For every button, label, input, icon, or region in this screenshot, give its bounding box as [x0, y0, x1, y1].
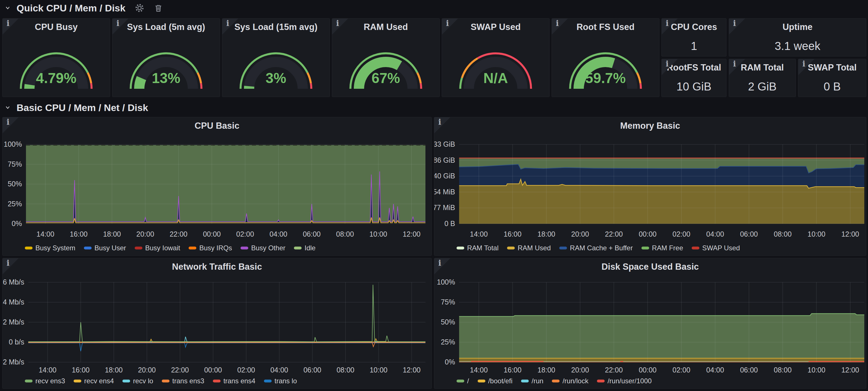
legend-item-ram-used[interactable]: RAM Used	[507, 244, 551, 252]
x-tick-label: 08:00	[774, 366, 792, 374]
legend-item-recv-ens4[interactable]: recv ens4	[73, 377, 114, 385]
gear-icon[interactable]	[135, 3, 144, 13]
stat-value: 0 B	[798, 80, 866, 93]
x-tick-label: 12:00	[841, 230, 859, 238]
legend-item-ram-free[interactable]: RAM Free	[642, 244, 683, 252]
legend-swatch	[264, 380, 272, 383]
trash-icon[interactable]	[154, 3, 163, 13]
panel-title[interactable]: Uptime	[729, 22, 866, 32]
legend-item-busy-other[interactable]: Busy Other	[241, 244, 285, 252]
legend-label: trans ens3	[172, 377, 204, 385]
panel-swap-total: i SWAP Total 0 B	[798, 59, 866, 97]
x-tick-label: 14:00	[470, 230, 488, 238]
legend-item-ram-total[interactable]: RAM Total	[457, 244, 498, 252]
x-tick-label: 16:00	[504, 230, 522, 238]
legend-label: Busy Iowait	[145, 244, 180, 252]
legend-item-trans-lo[interactable]: trans lo	[264, 377, 297, 385]
stat-value: 1	[662, 40, 726, 53]
disk-space-legend: //boot/efi/run/run/lock/run/user/1000	[457, 377, 652, 385]
x-tick-label: 20:00	[136, 230, 154, 238]
panel-title[interactable]: CPU Basic	[3, 121, 431, 131]
y-tick-label: 0 b/s	[9, 338, 24, 346]
panel-title[interactable]: Sys Load (5m avg)	[113, 22, 220, 32]
legend-item-run-lock[interactable]: /run/lock	[552, 377, 588, 385]
panel-title[interactable]: SWAP Used	[442, 22, 549, 32]
legend-label: trans lo	[275, 377, 297, 385]
x-tick-label: 04:00	[269, 230, 287, 238]
legend-swatch	[692, 247, 700, 249]
x-tick-label: 06:00	[303, 366, 321, 374]
panel-title[interactable]: Network Traffic Basic	[3, 262, 431, 272]
legend-label: /boot/efi	[488, 377, 513, 385]
x-tick-label: 10:00	[807, 366, 826, 374]
legend-item-idle[interactable]: Idle	[294, 244, 316, 252]
panel-title[interactable]: RAM Used	[332, 22, 439, 32]
section-row-basic[interactable]: Basic CPU / Mem / Net / Disk	[0, 100, 868, 115]
legend-item-[interactable]: /	[457, 377, 469, 385]
x-tick-label: 14:00	[38, 366, 57, 374]
x-tick-label: 08:00	[336, 366, 354, 374]
legend-item-trans-ens4[interactable]: trans ens4	[213, 377, 255, 385]
legend-swatch	[241, 247, 248, 249]
legend-swatch	[84, 247, 92, 249]
legend-label: recv lo	[133, 377, 153, 385]
x-tick-label: 20:00	[138, 366, 156, 374]
x-tick-label: 14:00	[36, 230, 55, 238]
disk-space-chart: 100%75%50%25%0%14:0016:0018:0020:0022:00…	[434, 258, 866, 389]
network-traffic-chart: 6 Mb/s4 Mb/s2 Mb/s0 b/s-2 Mb/s14:0016:00…	[3, 258, 432, 389]
legend-item-busy-iowait[interactable]: Busy Iowait	[135, 244, 180, 252]
panel-title[interactable]: Disk Space Used Basic	[434, 262, 866, 272]
legend-item-busy-system[interactable]: Busy System	[25, 244, 75, 252]
y-tick-label: 25%	[441, 338, 455, 346]
x-tick-label: 06:00	[303, 230, 321, 238]
panel-title[interactable]: Memory Basic	[434, 121, 866, 131]
legend-item-swap-used[interactable]: SWAP Used	[692, 244, 740, 252]
stat-value: 10 GiB	[662, 80, 726, 93]
y-tick-label: 0%	[445, 358, 455, 366]
section-title: Quick CPU / Mem / Disk	[17, 3, 126, 14]
panel-title[interactable]: CPU Busy	[3, 22, 110, 32]
y-tick-label: 75%	[8, 160, 22, 168]
x-tick-label: 00:00	[639, 230, 657, 238]
legend-label: RAM Cache + Buffer	[570, 244, 632, 252]
section-row-quick[interactable]: Quick CPU / Mem / Disk	[0, 0, 868, 16]
panel-ram-used: i RAM Used 67%	[332, 18, 440, 97]
legend-item-recv-ens3[interactable]: recv ens3	[25, 377, 65, 385]
legend-item-run[interactable]: /run	[521, 377, 543, 385]
legend-swatch	[25, 247, 33, 249]
legend-swatch	[642, 247, 649, 249]
x-tick-label: 22:00	[171, 366, 189, 374]
x-tick-label: 14:00	[470, 366, 488, 374]
legend-item-busy-user[interactable]: Busy User	[84, 244, 126, 252]
panel-sys-load-15m: i Sys Load (15m avg) 3%	[222, 18, 330, 97]
y-tick-label: 4 Mb/s	[3, 298, 24, 306]
panel-root-fs-used: i Root FS Used 59.7%	[552, 18, 659, 97]
legend-swatch	[122, 380, 130, 383]
y-tick-label: 0%	[12, 219, 22, 228]
panel-title[interactable]: Sys Load (15m avg)	[222, 22, 330, 32]
panel-title[interactable]: Root FS Used	[552, 22, 659, 32]
y-tick-label: 2.33 GiB	[434, 140, 455, 148]
legend-swatch	[478, 380, 485, 383]
cpu-basic-chart: 100%75%50%25%0%14:0016:0018:0020:0022:00…	[3, 117, 432, 256]
y-tick-label: 1.40 GiB	[434, 172, 455, 180]
legend-swatch	[189, 247, 196, 249]
y-tick-label: 100%	[437, 278, 455, 286]
x-tick-label: 10:00	[807, 230, 826, 238]
legend-swatch	[521, 380, 529, 383]
legend-item-boot-efi[interactable]: /boot/efi	[478, 377, 513, 385]
x-tick-label: 12:00	[841, 366, 859, 374]
x-tick-label: 02:00	[673, 230, 690, 238]
memory-basic-legend: RAM TotalRAM UsedRAM Cache + BufferRAM F…	[457, 244, 740, 252]
legend-item-busy-irqs[interactable]: Busy IRQs	[189, 244, 232, 252]
legend-label: /run/lock	[562, 377, 588, 385]
legend-label: Busy IRQs	[199, 244, 232, 252]
y-tick-label: 6 Mb/s	[3, 278, 24, 286]
x-tick-label: 00:00	[203, 230, 221, 238]
legend-item-recv-lo[interactable]: recv lo	[122, 377, 153, 385]
legend-item-ram-cache-buffer[interactable]: RAM Cache + Buffer	[559, 244, 632, 252]
y-tick-label: 477 MiB	[434, 204, 455, 211]
legend-item-run-user-1000[interactable]: /run/user/1000	[597, 377, 652, 385]
legend-item-trans-ens3[interactable]: trans ens3	[162, 377, 204, 385]
legend-label: RAM Free	[652, 244, 683, 252]
